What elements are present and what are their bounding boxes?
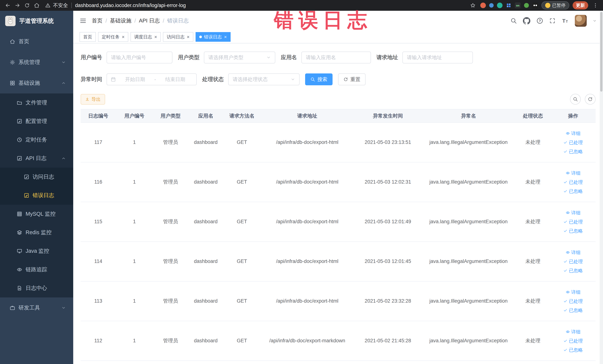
exception-time-range-picker[interactable]: 开始日期 - 结束日期 xyxy=(107,73,197,85)
sidebar-item-access-log[interactable]: 访问日志 xyxy=(0,168,73,186)
action-processed-link[interactable]: 已处理 xyxy=(563,338,583,344)
github-icon[interactable] xyxy=(523,17,530,24)
scrollbar-thumb[interactable] xyxy=(600,12,603,92)
refresh-table-button[interactable] xyxy=(585,94,596,105)
chevron-down-icon xyxy=(291,77,295,82)
process-status-select[interactable]: 请选择处理状态 xyxy=(228,73,300,85)
extension-icon[interactable] xyxy=(489,3,494,8)
search-button[interactable]: 搜索 xyxy=(305,73,333,85)
folder-icon xyxy=(17,100,22,106)
export-button-label: 导出 xyxy=(91,96,101,102)
main-area: 首页/基础设施/API 日志/错误日志 ? TT 首页定时任务×调度日志×访问日… xyxy=(73,11,603,364)
check-icon xyxy=(563,180,568,184)
action-detail-link[interactable]: 详细 xyxy=(566,170,580,176)
action-detail-link[interactable]: 详细 xyxy=(566,130,580,137)
tab-close-icon[interactable]: × xyxy=(224,35,227,39)
breadcrumb-item[interactable]: 首页 xyxy=(92,17,103,24)
page-scrollbar[interactable] xyxy=(600,11,603,364)
action-processed-link[interactable]: 已处理 xyxy=(563,219,583,225)
extension-icon[interactable] xyxy=(480,3,486,8)
action-processed-link[interactable]: 已处理 xyxy=(563,298,583,305)
sidebar-item-config-management[interactable]: 配置管理 xyxy=(0,112,73,130)
action-processed-link[interactable]: 已处理 xyxy=(563,179,583,186)
toggle-search-button[interactable] xyxy=(570,94,581,105)
sidebar-item-home[interactable]: 首页 xyxy=(0,31,73,52)
tab-close-icon[interactable]: × xyxy=(187,35,189,39)
avatar-caret-down-icon[interactable] xyxy=(593,19,597,23)
extension-on-badge[interactable]: on xyxy=(515,2,521,8)
sidebar-item-scheduled-jobs[interactable]: 定时任务 xyxy=(0,130,73,149)
sidebar-collapse-icon[interactable] xyxy=(80,17,87,24)
browser-update-button[interactable]: 更新 xyxy=(573,1,588,10)
back-icon[interactable] xyxy=(4,1,12,10)
sidebar-item-link-tracing[interactable]: 链路追踪 xyxy=(0,260,73,279)
end-date-placeholder: 结束日期 xyxy=(158,76,193,83)
breadcrumb-item[interactable]: 基础设施 xyxy=(110,17,131,24)
user-type-select[interactable]: 请选择用户类型 xyxy=(204,52,275,63)
check-icon xyxy=(563,348,568,352)
sidebar-item-infrastructure[interactable]: 基础设施 xyxy=(0,73,73,94)
action-ignored-link[interactable]: 已忽略 xyxy=(563,148,583,155)
tab-close-icon[interactable]: × xyxy=(122,35,125,39)
tab-home[interactable]: 首页 xyxy=(80,32,96,42)
range-separator: - xyxy=(154,77,156,82)
breadcrumb-item: 错误日志 xyxy=(167,17,189,24)
sidebar-item-mysql-monitor[interactable]: MySQL 监控 xyxy=(0,205,73,223)
breadcrumb-item[interactable]: API 日志 xyxy=(139,17,160,24)
cell-user_id: 1 xyxy=(116,163,153,202)
sidebar-item-file-management[interactable]: 文件管理 xyxy=(0,94,73,112)
action-ignored-link[interactable]: 已忽略 xyxy=(563,347,583,353)
action-processed-link[interactable]: 已处理 xyxy=(563,139,583,146)
action-ignored-link[interactable]: 已忽略 xyxy=(563,188,583,195)
cell-app: dashboard xyxy=(188,242,223,281)
user-avatar[interactable] xyxy=(575,15,587,27)
cell-time: 2021-05-03 12:02:31 xyxy=(354,163,422,202)
browser-home-icon[interactable] xyxy=(33,1,41,10)
extension-grid-icon[interactable] xyxy=(506,3,511,8)
app-logo[interactable]: 芋道管理系统 xyxy=(0,11,73,31)
action-detail-link[interactable]: 详细 xyxy=(566,249,580,256)
request-url-input[interactable] xyxy=(402,52,473,63)
address-bar[interactable]: 不安全 dashboard.yudao.iocoder.cn/infra/log… xyxy=(45,2,186,9)
eye-icon xyxy=(566,290,570,294)
sidebar-item-api-logs[interactable]: API 日志 xyxy=(0,149,73,168)
sidebar-item-system-management[interactable]: 系统管理 xyxy=(0,52,73,73)
reset-button[interactable]: 重置 xyxy=(338,73,366,85)
sidebar-item-error-log[interactable]: 错误日志 xyxy=(0,186,73,205)
gear-icon xyxy=(10,59,15,65)
user-type-placeholder: 请选择用户类型 xyxy=(208,54,264,61)
font-size-icon[interactable]: TT xyxy=(561,17,569,24)
browser-menu-icon[interactable] xyxy=(591,3,599,8)
tab-schedule-log[interactable]: 调度日志× xyxy=(130,32,161,42)
action-detail-link[interactable]: 详细 xyxy=(566,210,580,216)
bookmark-star-icon[interactable] xyxy=(469,1,477,10)
help-icon[interactable]: ? xyxy=(536,17,543,24)
user-id-input[interactable] xyxy=(107,52,172,63)
action-ignored-link[interactable]: 已忽略 xyxy=(563,228,583,234)
app-name-input[interactable] xyxy=(302,52,371,63)
extension-icon[interactable] xyxy=(532,2,538,8)
forward-icon[interactable] xyxy=(13,1,22,10)
sidebar-item-log-center[interactable]: 日志中心 xyxy=(0,279,73,297)
search-icon[interactable] xyxy=(510,17,517,24)
extension-icon[interactable] xyxy=(497,3,502,8)
tab-scheduled-jobs[interactable]: 定时任务× xyxy=(98,32,128,42)
action-detail-link[interactable]: 详细 xyxy=(566,329,580,335)
action-ignored-link[interactable]: 已忽略 xyxy=(563,267,583,274)
sidebar-item-redis-monitor[interactable]: Redis 监控 xyxy=(0,223,73,242)
extension-icon[interactable] xyxy=(524,3,529,8)
tab-close-icon[interactable]: × xyxy=(154,35,157,39)
edit-icon xyxy=(24,193,29,198)
action-ignored-link[interactable]: 已忽略 xyxy=(563,307,583,314)
tab-access-log[interactable]: 访问日志× xyxy=(163,32,193,42)
reload-icon[interactable] xyxy=(23,1,31,10)
action-processed-link[interactable]: 已处理 xyxy=(563,258,583,265)
fullscreen-icon[interactable] xyxy=(549,18,556,24)
sidebar-item-java-monitor[interactable]: Java 监控 xyxy=(0,242,73,260)
action-detail-link[interactable]: 详细 xyxy=(566,289,580,295)
cell-user_id: 1 xyxy=(116,282,153,321)
tab-error-log[interactable]: 错误日志× xyxy=(196,32,231,42)
export-button[interactable]: 导出 xyxy=(81,94,105,105)
paused-extension-pill[interactable]: 已暂停 xyxy=(542,1,569,10)
sidebar-item-dev-tools[interactable]: 研发工具 xyxy=(0,297,73,318)
